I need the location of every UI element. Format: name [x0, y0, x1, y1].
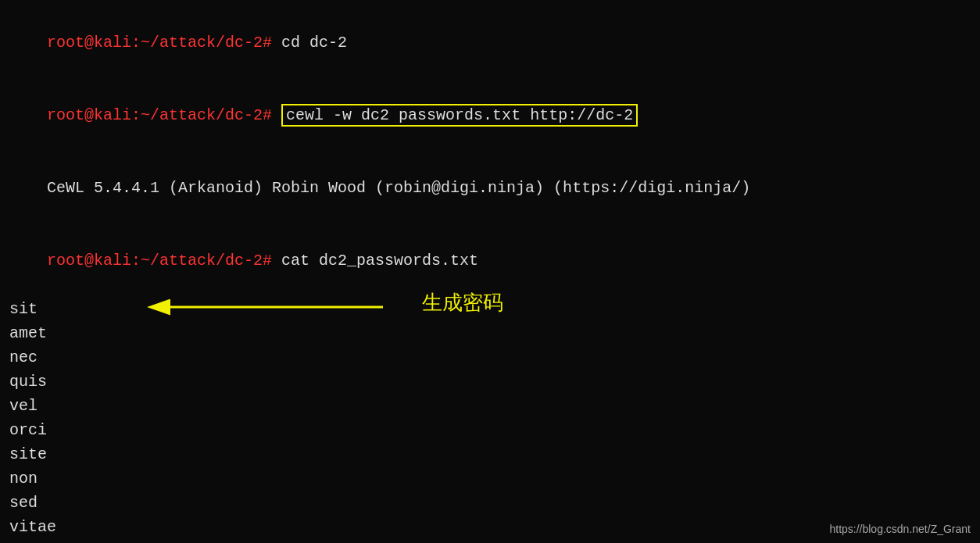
cewl-command-highlight: cewl -w dc2 passwords.txt http://dc-2 [281, 104, 638, 127]
line-prev: root@kali:~/attack/dc-2# cd dc-2 [9, 6, 971, 79]
line-cewl-cmd: root@kali:~/attack/dc-2# cewl -w dc2 pas… [9, 79, 971, 152]
list-item: sed [9, 491, 971, 515]
list-item: amet [9, 321, 971, 345]
list-item: non [9, 466, 971, 491]
list-item: orci [9, 418, 971, 442]
terminal-window: root@kali:~/attack/dc-2# cd dc-2 root@ka… [0, 0, 980, 543]
list-item: site [9, 442, 971, 466]
list-item: quis [9, 370, 971, 394]
list-item: vitae [9, 515, 971, 539]
prompt-cewl: root@kali:~/attack/dc-2# [47, 106, 272, 124]
prompt-prev: root@kali:~/attack/dc-2# [47, 34, 272, 52]
list-item: vel [9, 394, 971, 418]
line-cewl-out: CeWL 5.4.4.1 (Arkanoid) Robin Wood (robi… [9, 152, 971, 224]
watermark: https://blog.csdn.net/Z_Grant [829, 523, 971, 535]
prompt-cat: root@kali:~/attack/dc-2# [47, 252, 272, 270]
line-cat-cmd: root@kali:~/attack/dc-2# cat dc2_passwor… [9, 224, 971, 297]
list-item: nec [9, 345, 971, 370]
list-item: luctus [9, 539, 971, 543]
list-item: sit [9, 297, 971, 321]
